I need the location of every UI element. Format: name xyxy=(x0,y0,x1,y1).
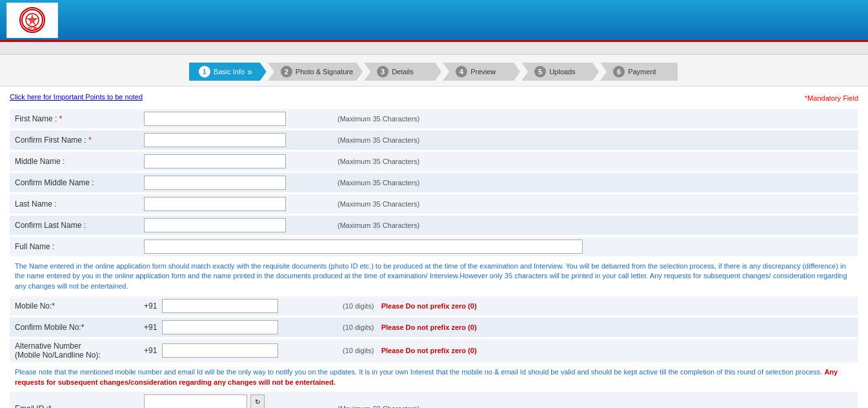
main-content: Click here for Important Points to be no… xyxy=(0,87,868,408)
confirm-first-name-input[interactable] xyxy=(144,133,286,147)
step-label-5: Uploads xyxy=(549,68,575,76)
last-name-input-cell xyxy=(139,194,332,215)
confirm-last-name-label: Confirm Last Name : xyxy=(10,215,139,236)
step-label-3: Details xyxy=(392,68,414,76)
confirm-last-name-hint: (Maximum 35 Characters) xyxy=(332,215,858,236)
mobile-row: Mobile No:* +91 (10 digits) Please Do no… xyxy=(10,296,858,317)
middle-name-label: Middle Name : xyxy=(10,151,139,172)
email-hint: (Maximum 60 Characters) xyxy=(332,391,858,408)
alt-number-input[interactable] xyxy=(162,343,278,358)
confirm-mobile-input-cell: +91 xyxy=(139,317,332,338)
confirm-mobile-input[interactable] xyxy=(162,320,278,334)
middle-name-row: Middle Name : (Maximum 35 Characters) xyxy=(10,151,858,172)
step-num-2: 2 xyxy=(281,66,292,77)
contact-warning-text-1: Please note that the mentioned mobile nu… xyxy=(15,368,822,376)
mobile-prefix: +91 xyxy=(144,301,157,311)
step-photo[interactable]: 2 Photo & Signature xyxy=(268,63,363,81)
first-name-input-cell xyxy=(139,109,332,130)
contact-warning-cell: Please note that the mentioned mobile nu… xyxy=(10,363,858,391)
step-num-1: 1 xyxy=(199,66,210,77)
alt-number-prefix: +91 xyxy=(144,346,157,355)
email-label: Email ID :* xyxy=(10,391,139,408)
confirm-middle-name-label: Confirm Middle Name : xyxy=(10,172,139,194)
mobile-digits-hint: (10 digits) xyxy=(343,302,374,310)
confirm-first-name-row: Confirm First Name : * (Maximum 35 Chara… xyxy=(10,130,858,151)
top-spacer xyxy=(0,42,868,55)
alt-number-note: Please Do not prefix zero (0) xyxy=(381,347,477,354)
middle-name-input-cell xyxy=(139,151,332,172)
progress-section: 1 Basic Info » 2 Photo & Signature 3 Det… xyxy=(0,55,868,87)
confirm-mobile-note: Please Do not prefix zero (0) xyxy=(381,323,477,331)
full-name-input-cell xyxy=(139,236,858,258)
header: जन सेवा xyxy=(0,0,868,42)
confirm-middle-name-input[interactable] xyxy=(144,176,286,190)
email-input[interactable] xyxy=(144,394,247,408)
name-warning-cell: The Name entered in the online applicati… xyxy=(10,258,858,296)
mobile-input-cell: +91 xyxy=(139,296,332,317)
confirm-mobile-prefix: +91 xyxy=(144,323,157,332)
confirm-first-name-label: Confirm First Name : * xyxy=(10,130,139,151)
full-name-input[interactable] xyxy=(144,240,583,254)
full-name-row: Full Name : xyxy=(10,236,858,258)
confirm-first-name-hint: (Maximum 35 Characters) xyxy=(332,130,858,151)
mobile-label: Mobile No:* xyxy=(10,296,139,317)
mobile-input[interactable] xyxy=(162,299,278,313)
confirm-last-name-input-cell xyxy=(139,215,332,236)
confirm-mobile-label: Confirm Mobile No:* xyxy=(10,317,139,338)
confirm-mobile-digits-hint: (10 digits) xyxy=(343,323,374,331)
step-num-5: 5 xyxy=(534,66,546,77)
last-name-input[interactable] xyxy=(144,197,286,211)
mobile-note: Please Do not prefix zero (0) xyxy=(381,302,477,310)
middle-name-hint: (Maximum 35 Characters) xyxy=(332,151,858,172)
step-uploads[interactable]: 5 Uploads xyxy=(521,63,599,81)
step-num-3: 3 xyxy=(377,66,389,77)
important-link[interactable]: Click here for Important Points to be no… xyxy=(10,93,143,101)
confirm-mobile-row: Confirm Mobile No:* +91 (10 digits) Plea… xyxy=(10,317,858,338)
step-label-4: Preview xyxy=(470,68,496,76)
confirm-last-name-input[interactable] xyxy=(144,218,286,232)
email-input-cell: ↻ Domain Names gmail.com yahoo.com hotma… xyxy=(139,391,332,408)
form-table: First Name : * (Maximum 35 Characters) C… xyxy=(10,109,858,408)
step-details[interactable]: 3 Details xyxy=(364,63,441,81)
first-name-label: First Name : * xyxy=(10,109,139,130)
step-payment[interactable]: 6 Payment xyxy=(600,63,678,81)
first-name-hint: (Maximum 35 Characters) xyxy=(332,109,858,130)
last-name-row: Last Name : (Maximum 35 Characters) xyxy=(10,194,858,215)
email-refresh-icon[interactable]: ↻ xyxy=(250,394,265,408)
step-basic-info[interactable]: 1 Basic Info » xyxy=(189,63,267,81)
first-name-row: First Name : * (Maximum 35 Characters) xyxy=(10,109,858,130)
step-num-4: 4 xyxy=(456,66,467,77)
mobile-hint-cell: (10 digits) Please Do not prefix zero (0… xyxy=(332,296,858,317)
confirm-last-name-row: Confirm Last Name : (Maximum 35 Characte… xyxy=(10,215,858,236)
step-arrow-1: » xyxy=(247,66,252,77)
last-name-label: Last Name : xyxy=(10,194,139,215)
mandatory-note: *Mandatory Field xyxy=(805,94,858,102)
confirm-first-name-input-cell xyxy=(139,130,332,151)
last-name-hint: (Maximum 35 Characters) xyxy=(332,194,858,215)
name-warning-row: The Name entered in the online applicati… xyxy=(10,258,858,296)
first-name-input[interactable] xyxy=(144,112,286,126)
svg-text:जन सेवा: जन सेवा xyxy=(27,26,37,30)
alt-number-label: Alternative Number (Mobile No/Landline N… xyxy=(10,338,139,363)
confirm-middle-name-hint: (Maximum 35 Characters) xyxy=(332,172,858,194)
confirm-middle-name-input-cell xyxy=(139,172,332,194)
step-num-6: 6 xyxy=(613,66,625,77)
alt-number-row: Alternative Number (Mobile No/Landline N… xyxy=(10,338,858,363)
confirm-mobile-hint-cell: (10 digits) Please Do not prefix zero (0… xyxy=(332,317,858,338)
name-warning-text: The Name entered in the online applicati… xyxy=(15,262,847,290)
step-label-1: Basic Info xyxy=(214,68,245,76)
confirm-middle-name-row: Confirm Middle Name : (Maximum 35 Charac… xyxy=(10,172,858,194)
alt-number-hint-cell: (10 digits) Please Do not prefix zero (0… xyxy=(332,338,858,363)
contact-warning-row: Please note that the mentioned mobile nu… xyxy=(10,363,858,391)
middle-name-input[interactable] xyxy=(144,154,286,168)
logo-circle: जन सेवा xyxy=(19,7,45,33)
step-label-6: Payment xyxy=(628,68,656,76)
step-preview[interactable]: 4 Preview xyxy=(443,63,520,81)
logo: जन सेवा xyxy=(6,3,58,38)
email-row: Email ID :* ↻ Domain Names gmail.com yah… xyxy=(10,391,858,408)
step-label-2: Photo & Signature xyxy=(296,68,353,76)
alt-number-input-cell: +91 xyxy=(139,338,332,363)
alt-number-digits-hint: (10 digits) xyxy=(343,347,374,354)
full-name-label: Full Name : xyxy=(10,236,139,258)
